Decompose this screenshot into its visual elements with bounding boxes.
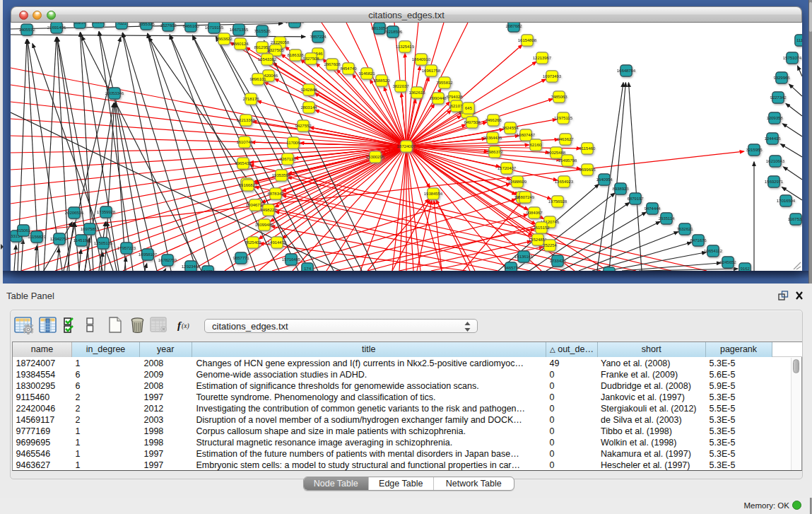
- svg-text:12213967: 12213967: [533, 55, 552, 60]
- svg-text:10046718: 10046718: [246, 202, 265, 207]
- svg-text:7021: 7021: [117, 23, 126, 25]
- svg-text:18807249: 18807249: [516, 194, 535, 199]
- svg-text:19166827: 19166827: [239, 182, 258, 187]
- svg-text:16648784: 16648784: [617, 68, 636, 73]
- svg-text:15495798: 15495798: [558, 158, 577, 163]
- svg-text:17957223: 17957223: [117, 245, 136, 250]
- svg-text:16210643: 16210643: [766, 158, 785, 163]
- svg-text:19384554: 19384554: [424, 191, 443, 196]
- svg-text:3822037: 3822037: [392, 83, 409, 88]
- svg-text:15751074: 15751074: [783, 55, 802, 60]
- svg-text:18640910: 18640910: [412, 57, 431, 62]
- svg-text:7625402: 7625402: [245, 240, 261, 245]
- svg-text:14914479: 14914479: [268, 240, 287, 245]
- svg-text:6466160: 6466160: [182, 23, 199, 28]
- svg-text:9146821: 9146821: [358, 71, 375, 76]
- svg-text:14136141: 14136141: [514, 254, 534, 259]
- svg-text:12923468: 12923468: [182, 264, 201, 269]
- svg-text:6497508: 6497508: [464, 119, 481, 124]
- svg-text:9327505: 9327505: [267, 47, 284, 52]
- svg-text:10654112: 10654112: [704, 248, 723, 253]
- svg-text:1167533: 1167533: [788, 216, 802, 221]
- svg-text:62160: 62160: [530, 142, 542, 147]
- svg-text:16782759: 16782759: [158, 257, 177, 262]
- svg-text:1615152: 1615152: [533, 225, 550, 230]
- svg-text:1055325: 1055325: [138, 23, 155, 26]
- svg-text:1244415: 1244415: [764, 136, 781, 141]
- svg-text:18724007: 18724007: [397, 144, 416, 148]
- svg-text:3267110: 3267110: [280, 156, 296, 161]
- svg-text:20364436: 20364436: [483, 135, 502, 140]
- svg-text:10671355: 10671355: [230, 27, 249, 32]
- svg-text:11325419: 11325419: [396, 44, 415, 49]
- svg-text:1640954: 1640954: [596, 177, 613, 182]
- svg-text:1610746: 1610746: [236, 139, 253, 144]
- svg-text:15716485: 15716485: [282, 257, 301, 262]
- svg-text:19218506: 19218506: [384, 29, 403, 34]
- svg-text:315061: 315061: [16, 228, 30, 233]
- svg-text:8938923: 8938923: [612, 186, 629, 191]
- svg-text:12942757: 12942757: [50, 236, 69, 241]
- svg-text:17016504: 17016504: [777, 198, 796, 203]
- svg-text:7466266: 7466266: [485, 117, 502, 122]
- svg-text:7632621: 7632621: [676, 226, 693, 231]
- svg-text:12505135: 12505135: [94, 240, 113, 245]
- svg-text:10973493: 10973493: [543, 74, 562, 78]
- svg-text:946577: 946577: [504, 265, 518, 270]
- svg-text:1588520: 1588520: [373, 78, 390, 83]
- svg-text:3824554: 3824554: [502, 125, 519, 130]
- svg-text:8186328: 8186328: [287, 52, 304, 57]
- svg-text:1362615: 1362615: [408, 90, 425, 95]
- svg-text:9896101: 9896101: [249, 76, 266, 81]
- svg-text:1209358: 1209358: [766, 115, 783, 120]
- svg-text:10719155: 10719155: [205, 25, 224, 30]
- svg-text:16154808: 16154808: [518, 37, 537, 42]
- svg-text:9242848: 9242848: [300, 87, 317, 92]
- svg-text:9463627: 9463627: [557, 136, 574, 141]
- svg-text:15720407: 15720407: [498, 165, 517, 170]
- svg-text:8471676: 8471676: [690, 238, 707, 243]
- svg-text:9162: 9162: [740, 266, 750, 271]
- svg-text:252254: 252254: [543, 243, 557, 247]
- svg-text:645: 645: [465, 105, 473, 110]
- svg-text:(x): (x): [182, 322, 189, 330]
- svg-text:8660124: 8660124: [232, 41, 249, 46]
- svg-text:12975115: 12975115: [554, 115, 573, 120]
- svg-text:15692971: 15692971: [765, 179, 784, 184]
- svg-text:19756928: 19756928: [548, 199, 567, 204]
- svg-text:117006: 117006: [286, 140, 300, 145]
- svg-text:174: 174: [304, 266, 312, 271]
- svg-text:17359928: 17359928: [97, 209, 116, 214]
- svg-text:53257: 53257: [74, 23, 86, 25]
- svg-text:6794028: 6794028: [446, 94, 463, 99]
- svg-text:1733426: 1733426: [549, 258, 566, 263]
- svg-text:9657771: 9657771: [233, 255, 249, 260]
- svg-text:9084067: 9084067: [526, 210, 543, 215]
- svg-text:7663822: 7663822: [216, 36, 233, 41]
- svg-text:9245652: 9245652: [719, 259, 736, 264]
- svg-text:1527602: 1527602: [160, 23, 177, 28]
- svg-text:1145194: 1145194: [73, 238, 90, 243]
- svg-text:6879197: 6879197: [627, 196, 644, 201]
- svg-text:2718176: 2718176: [242, 96, 259, 101]
- svg-text:9227342: 9227342: [770, 95, 787, 100]
- svg-text:10688609: 10688609: [508, 179, 527, 184]
- svg-text:10958107: 10958107: [139, 252, 158, 257]
- svg-text:11156829: 11156829: [28, 234, 46, 239]
- svg-text:9327508: 9327508: [302, 56, 319, 61]
- svg-text:10553: 10553: [93, 23, 105, 24]
- svg-text:9115460: 9115460: [579, 146, 596, 151]
- svg-text:9474444: 9474444: [644, 206, 661, 211]
- svg-text:20053346: 20053346: [105, 90, 124, 95]
- svg-text:9329966: 9329966: [773, 75, 790, 80]
- svg-text:21691406: 21691406: [47, 25, 66, 30]
- svg-text:12213369: 12213369: [237, 117, 256, 122]
- svg-text:16033809: 16033809: [286, 23, 305, 24]
- svg-text:7857224: 7857224: [310, 34, 326, 39]
- svg-text:1112: 1112: [796, 37, 802, 42]
- svg-text:1405572: 1405572: [18, 27, 35, 32]
- svg-text:8878342: 8878342: [267, 191, 284, 196]
- svg-text:16099489: 16099489: [255, 222, 274, 227]
- svg-text:2803144: 2803144: [300, 105, 317, 110]
- svg-text:10025488: 10025488: [547, 150, 566, 155]
